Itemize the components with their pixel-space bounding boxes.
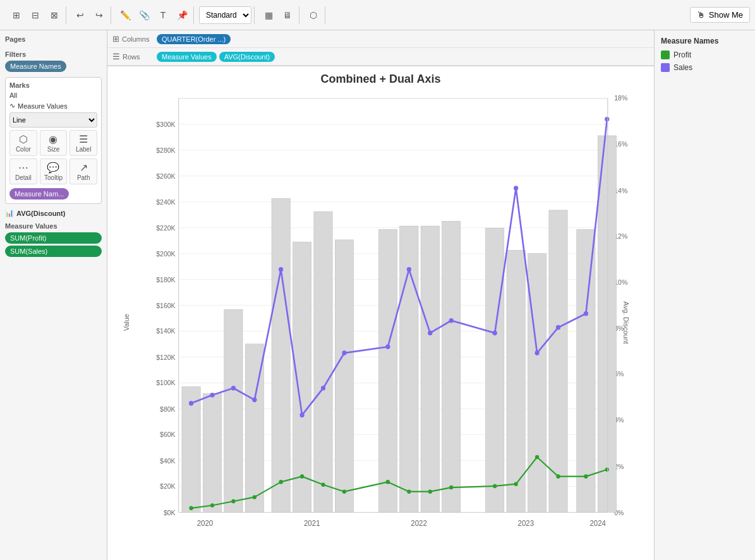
tool-btn-1[interactable]: ⊞ xyxy=(8,6,25,24)
sum-sales-pill[interactable]: SUM(Sales) xyxy=(5,246,102,257)
svg-point-86 xyxy=(210,393,214,398)
svg-text:$180K: $180K xyxy=(156,275,175,283)
tool-btn-share[interactable]: ⬡ xyxy=(305,6,322,24)
shelf-area: ⊞ Columns QUARTER(Order ...) ☰ Rows Meas… xyxy=(107,30,654,66)
rows-pill-avg-discount[interactable]: AVG(Discount) xyxy=(219,52,275,62)
path-icon: ↗ xyxy=(80,162,88,174)
size-label: Size xyxy=(47,146,59,153)
tool-btn-bars[interactable]: ▦ xyxy=(260,6,277,24)
svg-text:2024: 2024 xyxy=(589,519,606,527)
tool-btn-pin[interactable]: 📌 xyxy=(173,6,191,24)
legend-color-sales xyxy=(661,63,670,72)
path-btn[interactable]: ↗ Path xyxy=(69,158,97,184)
y-axis-right-label: Avg. Discount xyxy=(622,301,630,344)
marks-type-select[interactable]: Line xyxy=(9,112,97,128)
svg-text:$200K: $200K xyxy=(156,250,175,258)
toolbar-group-5: ⬡ xyxy=(302,6,325,24)
svg-point-92 xyxy=(342,350,346,355)
toolbar-group-standard: Standard xyxy=(196,6,255,24)
marks-mv-row: ∿ Measure Values xyxy=(9,102,97,110)
svg-text:$160K: $160K xyxy=(156,302,175,309)
svg-point-97 xyxy=(493,331,497,336)
size-btn[interactable]: ◉ Size xyxy=(40,130,68,156)
left-panel: Pages Filters Measure Names Marks All ∿ … xyxy=(0,30,107,560)
pages-title: Pages xyxy=(5,35,102,43)
svg-point-82 xyxy=(556,474,560,479)
color-label: Color xyxy=(16,146,31,153)
columns-pill-quarter[interactable]: QUARTER(Order ...) xyxy=(157,34,231,44)
svg-point-84 xyxy=(605,467,609,472)
tool-btn-5[interactable]: ↪ xyxy=(90,6,108,24)
svg-point-67 xyxy=(189,506,193,511)
rows-pill-measure-values[interactable]: Measure Values xyxy=(157,52,217,62)
chart-container: Combined + Dual Axis Value xyxy=(107,66,654,560)
svg-text:2022: 2022 xyxy=(411,519,427,527)
tool-btn-pen[interactable]: ✏️ xyxy=(116,6,134,24)
tool-btn-2[interactable]: ⊟ xyxy=(27,6,44,24)
columns-grid-icon: ⊞ xyxy=(112,34,119,44)
label-btn[interactable]: ☰ Label xyxy=(69,130,97,156)
tool-btn-3[interactable]: ⊠ xyxy=(45,6,63,24)
measure-names-marks-pill[interactable]: Measure Nam... xyxy=(9,188,69,200)
measure-values-title: Measure Values xyxy=(5,222,102,230)
svg-point-102 xyxy=(605,117,609,122)
legend-label-sales: Sales xyxy=(673,63,692,72)
marks-measure-values-label: Measure Values xyxy=(18,102,68,110)
y-axis-left-label: Value xyxy=(123,314,130,331)
svg-point-69 xyxy=(231,499,235,504)
svg-text:$60K: $60K xyxy=(160,431,175,438)
svg-point-89 xyxy=(279,267,283,272)
tool-btn-4[interactable]: ↩ xyxy=(71,6,89,24)
svg-text:18%: 18% xyxy=(614,94,627,102)
sum-profit-pill[interactable]: SUM(Profit) xyxy=(5,232,102,244)
content-area: ⊞ Columns QUARTER(Order ...) ☰ Rows Meas… xyxy=(107,30,654,560)
svg-rect-60 xyxy=(442,221,461,512)
marks-section: Marks All ∿ Measure Values Line ⬡ Color … xyxy=(5,77,102,204)
measure-values-section: Measure Values SUM(Profit) SUM(Sales) xyxy=(5,222,102,259)
detail-btn[interactable]: ⋯ Detail xyxy=(9,158,37,184)
svg-rect-62 xyxy=(507,250,525,512)
filter-measure-names-pill[interactable]: Measure Names xyxy=(5,61,66,72)
svg-rect-66 xyxy=(598,136,616,513)
color-btn[interactable]: ⬡ Color xyxy=(9,130,37,156)
legend-item-profit: Profit xyxy=(661,51,749,59)
svg-rect-65 xyxy=(577,230,595,513)
tool-btn-monitor[interactable]: 🖥 xyxy=(279,6,296,24)
tooltip-btn[interactable]: 💬 Tooltip xyxy=(40,158,68,184)
svg-text:$0K: $0K xyxy=(164,509,176,516)
svg-rect-61 xyxy=(486,228,504,512)
columns-label: ⊞ Columns xyxy=(112,34,157,44)
toolbar-group-1: ⊞ ⊟ ⊠ xyxy=(5,6,66,24)
avg-discount-header: 📊 AVG(Discount) xyxy=(5,209,102,217)
tool-btn-link[interactable]: 📎 xyxy=(135,6,153,24)
svg-point-101 xyxy=(584,311,588,316)
svg-point-99 xyxy=(535,350,539,355)
svg-point-76 xyxy=(407,489,411,494)
toolbar-group-4: ▦ 🖥 xyxy=(257,6,299,24)
chart-svg-container[interactable]: $0K $20K $40K $60K $80K $100K $120K $140… xyxy=(139,92,654,554)
svg-text:$260K: $260K xyxy=(156,172,175,179)
marks-title: Marks xyxy=(9,81,97,89)
show-me-button[interactable]: 🖱 Show Me xyxy=(690,7,750,23)
label-icon: ☰ xyxy=(79,133,88,145)
svg-rect-56 xyxy=(335,240,353,513)
svg-text:$120K: $120K xyxy=(156,354,175,361)
svg-rect-51 xyxy=(224,309,243,512)
chart-title: Combined + Dual Axis xyxy=(321,73,441,86)
svg-text:$100K: $100K xyxy=(156,379,175,386)
columns-shelf: ⊞ Columns QUARTER(Order ...) xyxy=(107,30,654,48)
main-layout: Pages Filters Measure Names Marks All ∿ … xyxy=(0,30,755,560)
filters-title: Filters xyxy=(5,51,102,58)
svg-rect-63 xyxy=(528,254,546,513)
svg-point-74 xyxy=(342,489,346,494)
svg-point-73 xyxy=(321,482,325,487)
tool-btn-text[interactable]: T xyxy=(154,6,172,24)
svg-point-78 xyxy=(449,486,453,490)
svg-point-75 xyxy=(386,480,390,484)
rows-pills: Measure Values AVG(Discount) xyxy=(157,52,649,62)
standard-select[interactable]: Standard xyxy=(199,6,251,24)
marks-all-row: All xyxy=(9,92,97,99)
svg-point-90 xyxy=(299,413,304,418)
svg-point-93 xyxy=(385,344,390,349)
pages-section: Pages xyxy=(5,35,102,45)
